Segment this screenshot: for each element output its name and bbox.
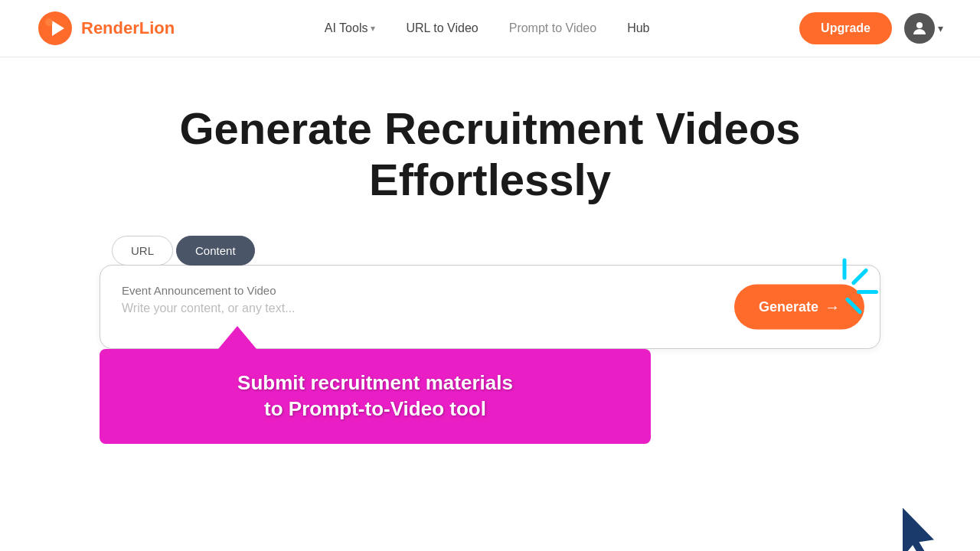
tooltip-text-line1: Submit recruitment materials [130, 370, 620, 396]
nav-item-url-to-video[interactable]: URL to Video [406, 21, 478, 35]
logo[interactable]: RenderLion [37, 10, 175, 47]
input-label: Event Announcement to Video [122, 284, 727, 297]
nav-item-hub[interactable]: Hub [627, 21, 649, 35]
generate-button[interactable]: Generate → [734, 285, 864, 330]
arrow-icon: → [825, 298, 840, 316]
input-tabs: URL Content [100, 236, 880, 266]
renderlion-logo-icon [37, 10, 74, 47]
nav-item-ai-tools[interactable]: AI Tools ▾ [325, 21, 376, 35]
main-content: Generate Recruitment Videos Effortlessly… [0, 57, 980, 444]
tooltip-area: Submit recruitment materials to Prompt-t… [100, 349, 880, 444]
svg-marker-4 [902, 506, 936, 551]
user-menu[interactable]: ▾ [904, 13, 943, 44]
tab-url[interactable]: URL [112, 236, 173, 266]
tooltip-banner: Submit recruitment materials to Prompt-t… [100, 349, 651, 444]
hero-title: Generate Recruitment Videos Effortlessly [179, 103, 800, 205]
svg-point-3 [916, 22, 923, 28]
logo-text: RenderLion [81, 18, 175, 38]
avatar [904, 13, 935, 44]
cursor-graphic [896, 502, 942, 551]
tab-content[interactable]: Content [176, 236, 255, 266]
navbar: RenderLion AI Tools ▾ URL to Video Promp… [0, 0, 980, 57]
tooltip-text-line2: to Prompt-to-Video tool [130, 396, 620, 422]
nav-right: Upgrade ▾ [799, 12, 943, 44]
svg-point-2 [45, 18, 53, 26]
input-placeholder-text: Write your content, or any text... [122, 302, 727, 315]
chevron-down-icon: ▾ [371, 23, 375, 34]
user-chevron-icon: ▾ [938, 22, 943, 34]
nav-links: AI Tools ▾ URL to Video Prompt to Video … [325, 21, 650, 35]
cursor-icon [896, 502, 942, 551]
nav-item-prompt-to-video[interactable]: Prompt to Video [509, 21, 596, 35]
upgrade-button[interactable]: Upgrade [799, 12, 892, 44]
